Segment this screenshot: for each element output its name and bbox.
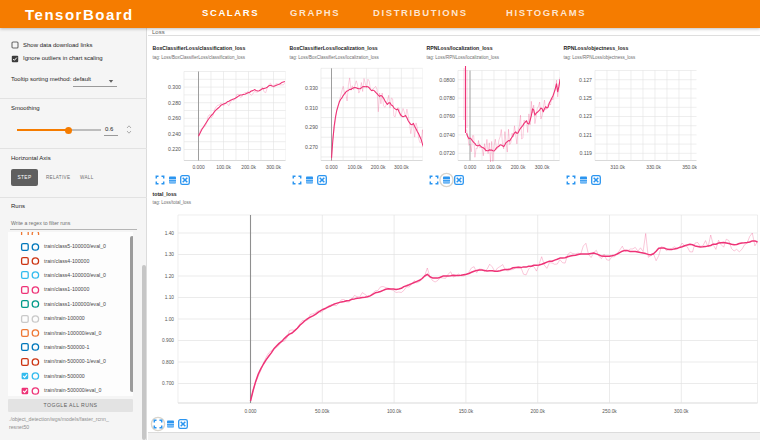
svg-text:0.220: 0.220	[168, 146, 181, 152]
svg-text:1.10: 1.10	[165, 295, 175, 300]
svg-text:0.000: 0.000	[244, 409, 256, 414]
svg-text:200.0k: 200.0k	[530, 409, 545, 414]
svg-text:300.0k: 300.0k	[394, 165, 409, 170]
svg-text:330.0k: 330.0k	[646, 165, 661, 170]
svg-text:300.0k: 300.0k	[266, 165, 281, 170]
svg-text:300.0k: 300.0k	[674, 409, 689, 414]
svg-text:1.30: 1.30	[165, 252, 175, 257]
svg-text:0.300: 0.300	[168, 84, 181, 90]
svg-text:0.0740: 0.0740	[439, 132, 455, 138]
svg-text:0.280: 0.280	[168, 100, 181, 106]
svg-text:0.125: 0.125	[579, 95, 592, 101]
svg-text:0.0780: 0.0780	[439, 95, 455, 101]
svg-text:1.00: 1.00	[165, 317, 175, 322]
svg-text:0.270: 0.270	[305, 144, 318, 150]
svg-text:0.000: 0.000	[192, 165, 205, 170]
svg-text:0.119: 0.119	[579, 150, 592, 156]
svg-text:0.330: 0.330	[305, 85, 318, 91]
svg-text:1.20: 1.20	[165, 274, 175, 279]
svg-text:0.260: 0.260	[168, 115, 181, 121]
svg-text:0.0800: 0.0800	[439, 77, 455, 83]
svg-text:0.290: 0.290	[305, 124, 318, 130]
svg-text:0.121: 0.121	[579, 132, 592, 138]
svg-text:0.127: 0.127	[579, 77, 592, 83]
svg-text:300.0k: 300.0k	[534, 165, 549, 170]
svg-text:1.40: 1.40	[165, 231, 175, 236]
svg-text:0.123: 0.123	[579, 113, 592, 119]
svg-text:100.0k: 100.0k	[216, 165, 231, 170]
svg-text:0.800: 0.800	[162, 360, 174, 365]
svg-text:0.240: 0.240	[168, 131, 181, 137]
svg-text:200.0k: 200.0k	[241, 165, 256, 170]
svg-text:0.0720: 0.0720	[439, 150, 455, 156]
svg-text:100.0k: 100.0k	[347, 165, 362, 170]
svg-text:0.000: 0.000	[463, 165, 476, 170]
svg-text:310.0k: 310.0k	[610, 165, 625, 170]
svg-text:250.0k: 250.0k	[602, 409, 617, 414]
svg-text:0.700: 0.700	[162, 381, 174, 386]
svg-text:100.0k: 100.0k	[387, 409, 402, 414]
svg-text:0.900: 0.900	[162, 338, 174, 343]
svg-text:0.310: 0.310	[305, 105, 318, 111]
svg-text:50.00k: 50.00k	[315, 409, 330, 414]
svg-text:200.0k: 200.0k	[510, 165, 525, 170]
svg-text:200.0k: 200.0k	[370, 165, 385, 170]
svg-text:350.0k: 350.0k	[682, 165, 697, 170]
svg-text:0.000: 0.000	[325, 165, 338, 170]
svg-text:100.0k: 100.0k	[486, 165, 501, 170]
svg-text:150.0k: 150.0k	[459, 409, 474, 414]
svg-text:0.0760: 0.0760	[439, 113, 455, 119]
